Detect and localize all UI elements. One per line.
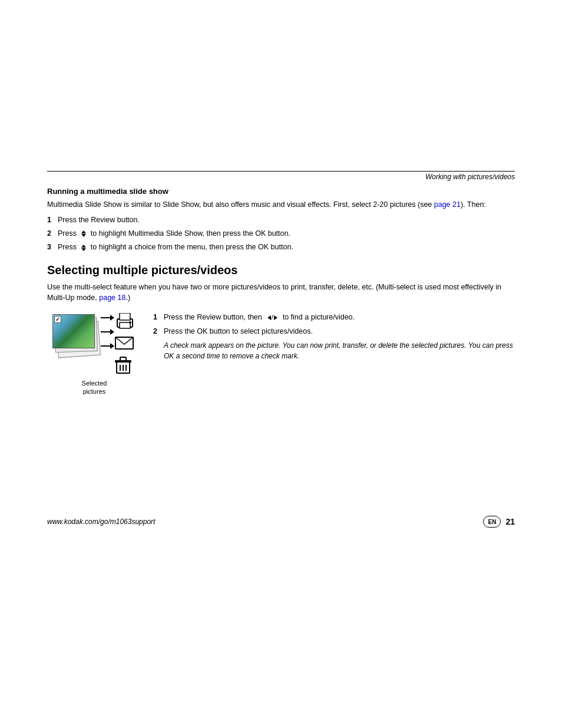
svg-point-3 xyxy=(129,321,131,324)
step-num-3: 3 xyxy=(47,242,58,252)
section-selecting: Selecting multiple pictures/videos Use t… xyxy=(47,263,515,396)
content-area: Running a multimedia slide show Multimed… xyxy=(0,187,562,396)
arrow-head-3 xyxy=(110,343,114,349)
section-multimedia: Running a multimedia slide show Multimed… xyxy=(47,187,515,253)
illustration-caption: Selected pictures xyxy=(82,379,107,396)
right-arrow-1 xyxy=(101,315,114,321)
arrow-up-icon xyxy=(81,230,86,233)
top-spacer xyxy=(0,0,562,171)
multimedia-step-2: 2 Press to highlight Multimedia Slide Sh… xyxy=(47,228,515,239)
header-right-text: Working with pictures/videos xyxy=(47,173,515,181)
section-selecting-heading: Selecting multiple pictures/videos xyxy=(47,263,515,277)
header-rule xyxy=(47,171,515,172)
page-container: Working with pictures/videos Running a m… xyxy=(0,0,562,728)
right-arrow-icon xyxy=(274,315,277,320)
page18-link[interactable]: page 18 xyxy=(99,294,125,302)
arrow-line-1 xyxy=(101,317,110,318)
arrow-line-3 xyxy=(101,345,110,347)
page21-link[interactable]: page 21 xyxy=(434,200,461,209)
select-step-text-1: Press the Review button, then / to find … xyxy=(164,312,355,322)
arrow-up-icon-2 xyxy=(81,245,86,248)
trash-icon xyxy=(115,357,131,374)
page-number: 21 xyxy=(505,517,515,526)
svg-rect-7 xyxy=(120,357,126,361)
arrow-down-icon xyxy=(81,234,86,237)
arrow-slash: / xyxy=(272,313,273,322)
select-step-2: 2 Press the OK button to select pictures… xyxy=(153,326,515,337)
icons-group xyxy=(115,313,135,374)
footer-url: www.kodak.com/go/m1063support xyxy=(47,518,155,526)
left-arrow-icon xyxy=(267,315,271,320)
footer-right: EN 21 xyxy=(483,516,515,528)
step-text-1: Press the Review button. xyxy=(58,215,140,225)
select-step-1: 1 Press the Review button, then / to fin… xyxy=(153,312,515,322)
svg-rect-1 xyxy=(120,313,130,320)
arrow-down-icon-2 xyxy=(81,248,86,251)
header-rule-area: Working with pictures/videos xyxy=(0,171,562,181)
multimedia-step-3: 3 Press to highlight a choice from the m… xyxy=(47,242,515,252)
selecting-two-col: ✓ xyxy=(47,312,515,396)
step-num-2: 2 xyxy=(47,228,58,239)
select-step-num-2: 2 xyxy=(153,326,164,337)
arrow-head-1 xyxy=(110,315,114,321)
up-down-arrows-2 xyxy=(81,230,86,237)
multimedia-step-1: 1 Press the Review button. xyxy=(47,215,515,225)
section-multimedia-intro: Multimedia Slide Show is similar to Slid… xyxy=(47,199,515,210)
section-selecting-intro: Use the multi-select feature when you ha… xyxy=(47,282,515,304)
en-badge: EN xyxy=(483,516,501,528)
arrow-line-2 xyxy=(101,331,110,332)
select-step-italic: A check mark appears on the picture. You… xyxy=(164,340,515,361)
right-arrow-2 xyxy=(101,329,114,335)
lr-arrows-icon: / xyxy=(267,313,277,322)
checkmark: ✓ xyxy=(54,316,61,323)
select-step-text-2: Press the OK button to select pictures/v… xyxy=(164,326,313,337)
step-text-3: Press to highlight a choice from the men… xyxy=(58,242,293,252)
footer-area: www.kodak.com/go/m1063support EN 21 xyxy=(47,516,515,528)
selected-pictures-illustration: ✓ xyxy=(49,312,140,377)
step-num-1: 1 xyxy=(47,215,58,225)
right-arrow-3 xyxy=(101,343,114,349)
step-text-2: Press to highlight Multimedia Slide Show… xyxy=(58,228,290,239)
illustration-col: ✓ xyxy=(47,312,141,396)
envelope-icon xyxy=(115,337,134,350)
steps-col: 1 Press the Review button, then / to fin… xyxy=(153,312,515,361)
arrows-group xyxy=(101,315,114,349)
up-down-arrows-3 xyxy=(81,245,86,251)
photo-front: ✓ xyxy=(52,314,95,348)
section-multimedia-heading: Running a multimedia slide show xyxy=(47,187,515,196)
select-step-num-1: 1 xyxy=(153,312,164,322)
printer-icon xyxy=(115,313,135,330)
multimedia-steps: 1 Press the Review button. 2 Press to hi… xyxy=(47,215,515,252)
arrow-head-2 xyxy=(110,329,114,335)
svg-rect-2 xyxy=(120,322,130,328)
